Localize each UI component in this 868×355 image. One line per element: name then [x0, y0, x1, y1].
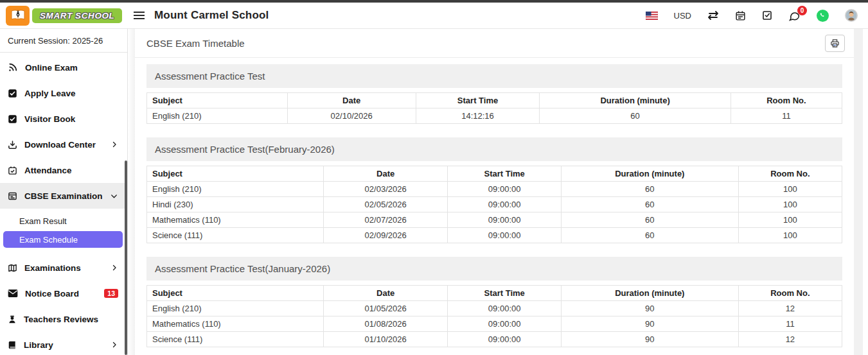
hamburger-menu-icon[interactable] [134, 11, 145, 20]
sidebar-item-examinations[interactable]: Examinations [0, 255, 127, 281]
envelope-icon [8, 289, 18, 298]
whatsapp-icon[interactable] [817, 10, 829, 22]
exam-section: Assessment Practice Test(January-2026) S… [146, 257, 842, 347]
table-cell: 90 [561, 301, 738, 316]
checkbox-icon [8, 114, 17, 124]
column-header: Start Time [448, 286, 561, 301]
table-row: English (210)01/05/202609:00:009012 [147, 301, 842, 316]
sidebar-item-label: Examinations [24, 263, 81, 273]
column-header: Room No. [738, 286, 842, 301]
submenu-item-exam-result[interactable]: Exam Result [0, 212, 123, 229]
sidebar-item-notice-board[interactable]: Notice Board 13 [0, 281, 127, 306]
table-row: Mathematics (110)01/08/202609:00:009011 [147, 316, 842, 332]
sidebar-item-label: Online Exam [25, 63, 78, 73]
task-check-icon[interactable] [762, 10, 772, 21]
column-header: Subject [147, 166, 324, 182]
app-logo[interactable]: SMART SCHOOL [0, 6, 128, 26]
column-header: Subject [147, 93, 288, 108]
sidebar-item-library[interactable]: Library [0, 332, 127, 355]
chevron-down-icon [110, 192, 118, 200]
table-cell: Hindi (230) [147, 197, 324, 212]
table-cell: 90 [561, 332, 738, 347]
person-icon [8, 315, 17, 324]
sidebar-item-label: Teachers Reviews [24, 315, 98, 324]
sidebar-nav: Online Exam Apply Leave Visitor Book Dow… [0, 53, 127, 355]
language-flag-icon[interactable] [646, 12, 658, 20]
topbar-actions: USD 0 [646, 9, 868, 22]
sidebar-item-online-exam[interactable]: Online Exam [0, 55, 127, 80]
table-cell: 100 [738, 212, 842, 228]
table-cell: 12 [738, 301, 842, 316]
table-cell: 01/08/2026 [323, 316, 448, 332]
table-cell: 09:00:00 [448, 212, 561, 228]
table-cell: Science (111) [147, 228, 324, 243]
school-name-title: Mount Carmel School [154, 9, 269, 22]
column-header: Date [323, 166, 448, 182]
table-cell: 02/10/2026 [287, 108, 416, 124]
exam-timetable-table: SubjectDateStart TimeDuration (minute)Ro… [146, 166, 842, 243]
chevron-right-icon [111, 341, 118, 349]
exam-section-title: Assessment Practice Test(January-2026) [146, 257, 842, 281]
table-cell: 12 [738, 332, 842, 347]
chevron-right-icon [111, 141, 118, 148]
exam-timetable-table: SubjectDateStart TimeDuration (minute)Ro… [146, 285, 842, 347]
sidebar-item-label: Notice Board [25, 289, 79, 299]
table-cell: 01/10/2026 [323, 332, 448, 347]
table-cell: 02/05/2026 [323, 197, 448, 212]
table-cell: 100 [738, 197, 842, 212]
table-cell: 09:00:00 [448, 332, 561, 347]
table-cell: 11 [731, 108, 842, 124]
table-cell: 02/03/2026 [323, 182, 448, 197]
download-icon [8, 140, 17, 150]
table-cell: 09:00:00 [448, 316, 561, 332]
table-cell: English (210) [147, 108, 288, 124]
table-cell: 60 [561, 182, 738, 197]
user-avatar[interactable] [845, 9, 858, 22]
sidebar-item-teachers-reviews[interactable]: Teachers Reviews [0, 306, 127, 332]
table-cell: 01/05/2026 [323, 301, 448, 316]
sidebar-item-label: Attendance [24, 166, 72, 175]
table-cell: 09:00:00 [448, 228, 561, 243]
page-title: CBSE Exam Timetable [146, 38, 245, 49]
submenu-item-exam-schedule[interactable]: Exam Schedule [3, 231, 123, 248]
main-content: CBSE Exam Timetable Assessment Practice … [128, 29, 868, 355]
currency-selector[interactable]: USD [674, 11, 691, 21]
table-row: Hindi (230)02/05/202609:00:0060100 [147, 197, 842, 212]
sidebar-item-attendance[interactable]: Attendance [0, 157, 127, 183]
table-row: Science (111)01/10/202609:00:009012 [147, 332, 842, 347]
chat-badge: 0 [797, 6, 807, 15]
table-cell: 60 [561, 212, 738, 228]
sidebar-scrollbar[interactable] [125, 160, 127, 355]
exam-section-title: Assessment Practice Test [146, 64, 842, 88]
sidebar-item-label: Library [24, 340, 53, 350]
print-button[interactable] [825, 35, 845, 52]
sidebar-item-label: Apply Leave [24, 89, 76, 98]
table-cell: 60 [561, 228, 738, 243]
table-header-row: SubjectDateStart TimeDuration (minute)Ro… [147, 286, 842, 301]
chat-icon[interactable]: 0 [788, 10, 801, 21]
table-cell: 02/07/2026 [323, 212, 448, 228]
checkbox-icon [8, 89, 17, 98]
map-book-icon [8, 263, 17, 273]
table-cell: Science (111) [147, 332, 324, 347]
column-header: Start Time [448, 166, 561, 182]
sidebar-item-cbse-examination[interactable]: CBSE Examination [0, 183, 127, 209]
column-header: Duration (minute) [561, 286, 738, 301]
transfer-arrows-icon[interactable] [707, 11, 719, 20]
card-header: CBSE Exam Timetable [135, 29, 854, 58]
page-scrollbar[interactable] [854, 29, 863, 355]
table-cell: 11 [738, 316, 842, 332]
sidebar-item-apply-leave[interactable]: Apply Leave [0, 80, 127, 106]
column-header: Date [323, 286, 448, 301]
column-header: Duration (minute) [561, 166, 738, 182]
sidebar-item-visitor-book[interactable]: Visitor Book [0, 106, 127, 132]
exam-section: Assessment Practice Test(February-2026) … [146, 137, 842, 243]
book-icon [8, 340, 17, 350]
notice-board-badge: 13 [104, 289, 118, 299]
logo-book-icon [6, 6, 30, 26]
calendar-icon[interactable] [735, 10, 746, 21]
sidebar-item-download-center[interactable]: Download Center [0, 132, 127, 157]
table-cell: 60 [561, 197, 738, 212]
table-cell: 09:00:00 [448, 182, 561, 197]
table-cell: Mathematics (110) [147, 316, 324, 332]
